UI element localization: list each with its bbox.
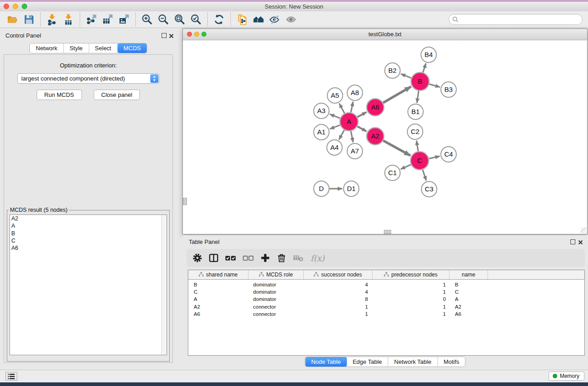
result-item[interactable]: A6 bbox=[10, 244, 167, 252]
node-C2[interactable]: C2 bbox=[407, 124, 423, 139]
table-row[interactable]: Adominator80A bbox=[188, 295, 584, 303]
column-view-button[interactable] bbox=[208, 253, 219, 263]
horizontal-scrollbar-thumb[interactable] bbox=[384, 230, 391, 234]
resize-grip-icon[interactable] bbox=[581, 228, 587, 234]
edge-A2-C[interactable] bbox=[383, 141, 411, 156]
node-A1[interactable]: A1 bbox=[314, 124, 329, 140]
zoom-fit-button[interactable] bbox=[172, 12, 188, 27]
table-settings-button[interactable] bbox=[192, 253, 203, 263]
edge-A-A2[interactable] bbox=[357, 126, 366, 131]
home-layout-button[interactable] bbox=[250, 12, 267, 27]
column-header-predecessor-nodes[interactable]: predecessor nodes bbox=[373, 270, 449, 279]
zoom-selected-button[interactable] bbox=[188, 12, 204, 27]
edge-A-A7[interactable] bbox=[351, 131, 353, 143]
tab-motifs[interactable]: Motifs bbox=[438, 357, 465, 367]
tab-node-table[interactable]: Node Table bbox=[305, 357, 347, 367]
export-table-button[interactable] bbox=[100, 12, 116, 27]
tab-edge-table[interactable]: Edge Table bbox=[347, 357, 388, 367]
edge-C-C4[interactable] bbox=[429, 156, 440, 158]
edge-A-A6[interactable] bbox=[357, 112, 366, 117]
import-network-button[interactable] bbox=[44, 12, 60, 27]
edge-A-A5[interactable] bbox=[339, 104, 344, 114]
float-panel-icon[interactable] bbox=[162, 33, 167, 38]
node-C1[interactable]: C1 bbox=[385, 165, 400, 181]
edge-A6-B[interactable] bbox=[383, 86, 411, 103]
tab-network[interactable]: Network bbox=[30, 43, 64, 53]
criterion-select[interactable]: largest connected component (directed) bbox=[17, 73, 159, 84]
edge-A-A1[interactable] bbox=[330, 125, 340, 129]
node-A5[interactable]: A5 bbox=[327, 88, 343, 103]
node-B4[interactable]: B4 bbox=[421, 47, 436, 62]
node-B2[interactable]: B2 bbox=[385, 63, 400, 78]
zoom-in-button[interactable] bbox=[139, 12, 155, 27]
edge-B-B2[interactable] bbox=[401, 74, 411, 78]
table-row[interactable]: A2connector11A2 bbox=[188, 303, 584, 310]
node-C4[interactable]: C4 bbox=[441, 147, 456, 162]
task-history-button[interactable] bbox=[5, 372, 17, 381]
zoom-out-button[interactable] bbox=[155, 12, 172, 27]
deselect-all-columns-button[interactable] bbox=[242, 253, 254, 263]
edge-B-B1[interactable] bbox=[417, 91, 419, 103]
delete-table-button[interactable] bbox=[292, 253, 304, 263]
column-header-shared-name[interactable]: shared name bbox=[188, 270, 249, 279]
export-network-button[interactable] bbox=[83, 12, 100, 27]
memory-button[interactable]: Memory bbox=[549, 372, 584, 381]
table-row[interactable]: Cdominator41C bbox=[188, 288, 584, 295]
delete-column-button[interactable] bbox=[276, 253, 287, 263]
column-header-name[interactable]: name bbox=[449, 270, 488, 279]
column-header-MCDS-role[interactable]: MCDS role bbox=[249, 270, 304, 279]
edge-A-A4[interactable] bbox=[339, 130, 344, 139]
node-C3[interactable]: C3 bbox=[421, 181, 437, 197]
node-A[interactable]: A bbox=[340, 113, 358, 131]
column-header-successor-nodes[interactable]: successor nodes bbox=[304, 270, 373, 279]
node-A2[interactable]: A2 bbox=[367, 128, 384, 145]
edge-C-C2[interactable] bbox=[416, 141, 418, 151]
function-builder-button[interactable]: f(x) bbox=[311, 253, 325, 263]
network-canvas[interactable]: AA6A2BCA1A3A4A5A7A8B1B2B3B4C1C2C3C4DD1 bbox=[183, 40, 587, 234]
table-row[interactable]: Bdominator41B bbox=[188, 281, 584, 288]
close-panel-icon[interactable] bbox=[169, 32, 174, 40]
node-B3[interactable]: B3 bbox=[441, 82, 456, 97]
result-item[interactable]: B bbox=[10, 230, 167, 237]
result-item[interactable]: C bbox=[10, 237, 167, 244]
select-all-columns-button[interactable] bbox=[225, 253, 237, 263]
tab-network-table[interactable]: Network Table bbox=[388, 357, 438, 367]
edge-C-C1[interactable] bbox=[401, 165, 411, 169]
result-scrollbar[interactable] bbox=[161, 215, 167, 355]
node-D[interactable]: D bbox=[314, 181, 329, 196]
edge-A-A8[interactable] bbox=[351, 102, 353, 113]
refresh-button[interactable] bbox=[211, 12, 227, 27]
node-A7[interactable]: A7 bbox=[347, 143, 363, 159]
vertical-scrollbar-thumb[interactable] bbox=[183, 198, 187, 205]
clone-network-button[interactable] bbox=[234, 12, 250, 27]
open-file-button[interactable] bbox=[5, 12, 21, 27]
run-mcds-button[interactable]: Run MCDS bbox=[37, 90, 82, 100]
table-row[interactable]: A6connector11A6 bbox=[188, 310, 584, 318]
edge-A-A3[interactable] bbox=[330, 114, 340, 118]
float-table-panel-icon[interactable] bbox=[570, 239, 575, 244]
tab-select[interactable]: Select bbox=[89, 43, 118, 53]
save-session-button[interactable] bbox=[21, 12, 37, 27]
node-A3[interactable]: A3 bbox=[314, 103, 329, 119]
search-input[interactable] bbox=[449, 14, 583, 25]
hide-panel-button[interactable] bbox=[267, 12, 283, 27]
node-B[interactable]: B bbox=[411, 72, 429, 91]
add-column-button[interactable] bbox=[260, 253, 271, 263]
edge-B-B3[interactable] bbox=[429, 84, 440, 87]
result-item[interactable]: A bbox=[10, 222, 167, 229]
edge-B-B4[interactable] bbox=[423, 63, 425, 72]
close-table-panel-icon[interactable] bbox=[578, 238, 583, 247]
edge-C-C3[interactable] bbox=[423, 170, 426, 181]
node-A4[interactable]: A4 bbox=[327, 140, 342, 155]
tab-mcds[interactable]: MCDS bbox=[118, 43, 147, 53]
result-item[interactable]: A2 bbox=[10, 215, 167, 222]
node-D1[interactable]: D1 bbox=[344, 181, 359, 196]
tab-style[interactable]: Style bbox=[64, 43, 89, 53]
node-A8[interactable]: A8 bbox=[347, 85, 363, 100]
node-B1[interactable]: B1 bbox=[408, 104, 423, 119]
close-panel-button[interactable]: Close panel bbox=[94, 90, 140, 100]
show-panel-button[interactable] bbox=[283, 12, 299, 27]
node-C[interactable]: C bbox=[411, 152, 429, 170]
import-table-button[interactable] bbox=[60, 12, 76, 27]
node-A6[interactable]: A6 bbox=[367, 99, 384, 116]
